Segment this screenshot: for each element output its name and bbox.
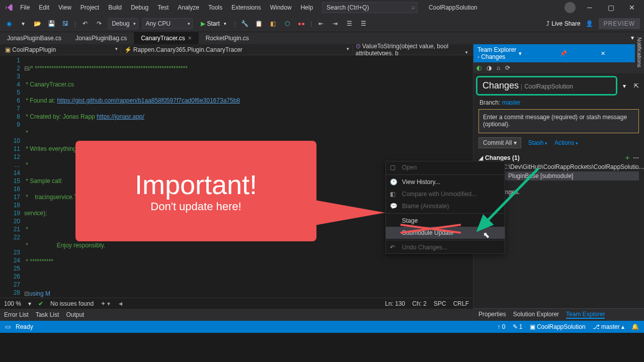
user-avatar[interactable] [565,2,576,13]
maximize-button[interactable]: ▢ [604,4,618,12]
stage-all-icon[interactable]: ＋ [624,153,631,162]
more-icon[interactable]: ⋯ [633,154,639,161]
outdent-icon[interactable]: ⇥ [330,19,340,29]
expand-icon[interactable]: ⇱ [629,82,644,89]
menu-debug[interactable]: Debug [127,2,152,13]
undo-icon: ↶ [390,244,395,251]
panel-toolbar: ◐ ◑ ⌂ ⟳ [473,62,644,73]
tool-icon-3[interactable]: ◧ [268,19,278,29]
menu-help[interactable]: Help [296,2,317,13]
ctx-stage[interactable]: Stage [386,215,505,227]
ctx-submodule-update[interactable]: Submodule Update [386,227,505,239]
close-button[interactable]: ✕ [625,4,639,12]
panel-title: Team Explorer - Changes [477,46,517,60]
ctx-compare: ◧Compare with Unmodified... [386,188,505,200]
line-gutter: 123456789101112…141516171819202122232425… [0,55,24,298]
commit-message-input[interactable]: Enter a commit message (required) or sta… [478,109,639,133]
indent-icon[interactable]: ⇤ [316,19,326,29]
tab-output[interactable]: Output [66,311,84,318]
menu-project[interactable]: Project [76,2,103,13]
commit-all-button[interactable]: Commit All ▾ [478,137,521,148]
panel-dropdown-icon[interactable]: ▾ [519,50,558,57]
menu-file[interactable]: File [16,2,34,13]
tab-tasklist[interactable]: Task List [36,311,59,318]
zoom-level[interactable]: 100 % [4,300,21,307]
preview-button[interactable]: PREVIEW [599,18,640,29]
char-indicator: Ch: 2 [412,300,427,307]
lineending-indicator: CRLF [453,300,469,307]
liveshare-button[interactable]: ⤴Live Share [546,20,580,27]
status-solution[interactable]: ▣ CoolRappSolution [530,323,586,330]
minimize-button[interactable]: ─ [583,4,597,12]
back-icon[interactable]: ◐ [476,64,481,71]
notification-icon[interactable]: 🔔 [631,323,639,330]
window-icon: ▭ [5,323,11,330]
menu-edit[interactable]: Edit [35,2,53,13]
redo-icon[interactable]: ↷ [94,19,104,29]
check-icon: ✔ [38,300,43,307]
changes-label: Changes [482,80,519,91]
edit-icon[interactable]: ✎ 1 [513,323,523,330]
solution-name: CoolRappSolution [429,4,477,11]
refresh-icon[interactable]: ⟳ [505,64,510,71]
tab-canarytracer[interactable]: CanaryTracer.cs [134,32,199,44]
notifications-tab[interactable]: Notifications [635,33,644,71]
menu-analyze[interactable]: Analyze [174,2,203,13]
stash-link[interactable]: Stash [528,139,547,146]
save-icon[interactable]: 💾 [46,19,56,29]
menu-window[interactable]: Window [266,2,296,13]
uncomment-icon[interactable]: ☰ [358,19,368,29]
tool-icon-5[interactable]: ●● [296,19,306,29]
home-icon[interactable]: ⌂ [497,64,500,71]
ctx-view-history[interactable]: 🕐View History... [386,176,505,188]
tab-errorlist[interactable]: Error List [4,311,29,318]
tool-icon-1[interactable]: 🔧 [240,19,250,29]
tab-jonaspluginbag[interactable]: JonasPluginBag.cs [68,32,134,44]
config-dropdown[interactable]: Debug [108,18,138,29]
play-icon: ▶ [201,20,205,27]
sync-icon[interactable]: ↑ 0 [497,323,505,330]
open-icon[interactable]: 📂 [32,19,42,29]
tab-properties[interactable]: Properties [478,311,506,319]
tool-icon-4[interactable]: ⬡ [282,19,292,29]
platform-dropdown[interactable]: Any CPU [142,18,193,29]
actions-link[interactable]: Actions [554,139,578,146]
quick-search-input[interactable]: Search (Ctrl+Q) [322,2,418,13]
forward-icon[interactable]: ◑ [487,64,492,71]
changes-solution: CoolRappSolution [524,83,573,90]
nav-project[interactable]: ▣ CoolRappPlugin [2,45,121,54]
spacing-indicator: SPC [434,300,446,307]
menubar: File Edit View Project Build Debug Test … [0,0,644,15]
dropdown-icon[interactable]: ▾ [620,82,629,89]
status-branch[interactable]: ⎇ master ▴ [593,323,624,330]
undo-icon[interactable]: ↶ [80,19,90,29]
tab-jonaspluginbase[interactable]: JonasPluginBase.cs [0,32,68,44]
nav-type[interactable]: ⚡ Rappen.Canary365.Plugin.CanaryTracer [121,45,353,54]
feedback-icon[interactable]: 👤 [585,19,595,29]
issues-label[interactable]: No issues found [50,300,94,307]
branch-link[interactable]: master [502,99,521,106]
menu-extensions[interactable]: Extensions [227,2,265,13]
menu-tools[interactable]: Tools [204,2,226,13]
panel-close-icon[interactable]: ✕ [601,50,640,57]
save-all-icon[interactable]: 🖫 [60,19,70,29]
panel-pin-icon[interactable]: 📌 [560,50,599,57]
comment-icon[interactable]: ☰ [344,19,354,29]
start-button[interactable]: ▶Start▾ [197,19,230,28]
document-tabs: JonasPluginBase.cs JonasPluginBag.cs Can… [0,32,644,44]
changes-header: Changes | CoolRappSolution [476,76,617,96]
tab-team-explorer[interactable]: Team Explorer [566,311,605,319]
new-icon[interactable]: ▾ [18,19,28,29]
open-icon: ▢ [390,164,395,171]
back-icon[interactable]: ◉ [4,19,14,29]
panel-titlebar: Team Explorer - Changes ▾ 📌 ✕ [473,44,644,62]
menu-build[interactable]: Build [104,2,126,13]
context-menu: ▢Open 🕐View History... ◧Compare with Unm… [385,161,505,254]
ctx-undo: ↶Undo Changes... [386,241,505,253]
tab-solution-explorer[interactable]: Solution Explorer [513,311,559,319]
tab-rocketplugin[interactable]: RocketPlugin.cs [199,32,256,44]
menu-view[interactable]: View [54,2,75,13]
changes-count: Changes (1) [485,154,520,161]
tool-icon-2[interactable]: 📋 [254,19,264,29]
menu-test[interactable]: Test [153,2,173,13]
